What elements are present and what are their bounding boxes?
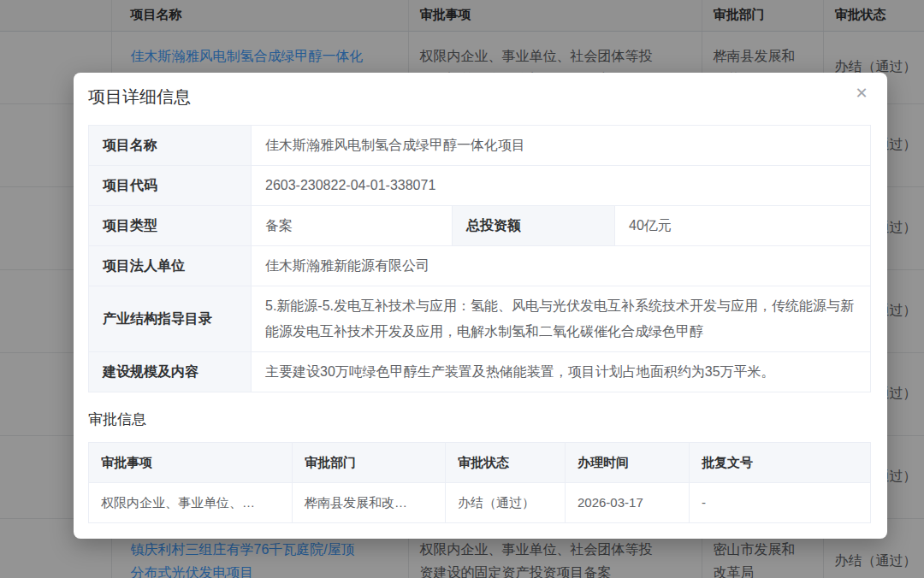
field-label: 项目法人单位 — [89, 246, 252, 286]
detail-row-scale: 建设规模及内容 主要建设30万吨绿色甲醇生产装置及热储能装置，项目计划占地面积约… — [89, 352, 871, 392]
col-header-approval-item: 审批事项 — [89, 443, 293, 483]
field-label: 项目类型 — [89, 206, 252, 246]
approval-item-cell: 权限内企业、事业单位、… — [89, 483, 293, 523]
detail-row-industry: 产业结构指导目录 5.新能源-5.发电互补技术与应用：氢能、风电与光伏发电互补系… — [89, 286, 871, 352]
approval-header-row: 审批事项 审批部门 审批状态 办理时间 批复文号 — [89, 443, 871, 483]
reply-number-cell: - — [690, 483, 871, 523]
approval-info-table: 审批事项 审批部门 审批状态 办理时间 批复文号 权限内企业、事业单位、… 桦南… — [88, 442, 871, 523]
total-investment-value: 40亿元 — [615, 206, 871, 246]
project-type-value: 备案 — [252, 206, 453, 246]
construction-scale-value: 主要建设30万吨绿色甲醇生产装置及热储能装置，项目计划占地面积约为35万平米。 — [252, 352, 871, 392]
project-name-value: 佳木斯瀚雅风电制氢合成绿甲醇一体化项目 — [252, 126, 871, 166]
field-label: 项目名称 — [89, 126, 252, 166]
dialog-title: 项目详细信息 — [88, 85, 870, 109]
detail-row-type-invest: 项目类型 备案 总投资额 40亿元 — [89, 206, 871, 246]
project-code-value: 2603-230822-04-01-338071 — [252, 166, 871, 206]
col-header-reply-number: 批复文号 — [690, 443, 871, 483]
industry-catalog-value: 5.新能源-5.发电互补技术与应用：氢能、风电与光伏发电互补系统技术开发与应用，… — [252, 286, 871, 352]
project-detail-dialog: ✕ 项目详细信息 项目名称 佳木斯瀚雅风电制氢合成绿甲醇一体化项目 项目代码 2… — [74, 73, 887, 539]
field-label: 总投资额 — [453, 206, 615, 246]
handle-time-cell: 2026-03-17 — [566, 483, 690, 523]
detail-row-code: 项目代码 2603-230822-04-01-338071 — [89, 166, 871, 206]
project-detail-table: 项目名称 佳木斯瀚雅风电制氢合成绿甲醇一体化项目 项目代码 2603-23082… — [88, 125, 871, 392]
approval-info-heading: 审批信息 — [88, 410, 870, 430]
col-header-approval-dept: 审批部门 — [293, 443, 446, 483]
col-header-approval-status: 审批状态 — [446, 443, 566, 483]
legal-entity-value: 佳木斯瀚雅新能源有限公司 — [252, 246, 871, 286]
approval-dept-cell: 桦南县发展和改… — [293, 483, 446, 523]
approval-data-row: 权限内企业、事业单位、… 桦南县发展和改… 办结（通过） 2026-03-17 … — [89, 483, 871, 523]
field-label: 项目代码 — [89, 166, 252, 206]
detail-row-name: 项目名称 佳木斯瀚雅风电制氢合成绿甲醇一体化项目 — [89, 126, 871, 166]
detail-row-legal: 项目法人单位 佳木斯瀚雅新能源有限公司 — [89, 246, 871, 286]
field-label: 产业结构指导目录 — [89, 286, 252, 352]
field-label: 建设规模及内容 — [89, 352, 252, 392]
approval-status-cell: 办结（通过） — [446, 483, 566, 523]
close-icon[interactable]: ✕ — [851, 83, 872, 103]
col-header-handle-time: 办理时间 — [566, 443, 690, 483]
